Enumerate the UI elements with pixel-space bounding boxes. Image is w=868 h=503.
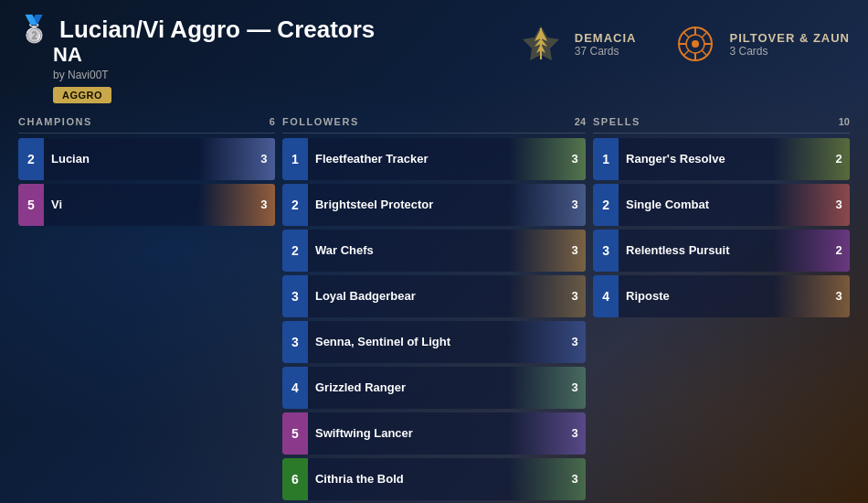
card-name-singlecombat: Single Combat <box>619 198 828 211</box>
card-qty-loyalbadger: 3 <box>564 289 586 303</box>
card-qty-cithria: 3 <box>564 472 586 486</box>
header: 🥈 Lucian/Vi Aggro — Creators NA by Navi0… <box>18 16 850 103</box>
header-left: 🥈 Lucian/Vi Aggro — Creators NA by Navi0… <box>18 16 518 103</box>
card-row-fleetfeather: 1 Fleetfeather Tracker 3 <box>282 138 586 180</box>
card-qty-senna: 3 <box>564 335 586 348</box>
card-row-singlecombat: 2 Single Combat 3 <box>593 184 850 226</box>
followers-header: FOLLOWERS 24 <box>282 112 586 134</box>
followers-count: 24 <box>575 116 586 127</box>
piltover-name: PILTOVER & ZAUN <box>729 31 850 45</box>
card-qty-relentless: 2 <box>828 243 850 257</box>
spells-title: SPELLS <box>593 116 640 127</box>
card-qty-lucian: 3 <box>253 152 275 166</box>
card-cost-singlecombat: 2 <box>593 184 619 226</box>
region-block-piltover: PILTOVER & ZAUN 3 Cards <box>672 21 850 67</box>
card-row-riposte: 4 Riposte 3 <box>593 275 850 317</box>
card-cost-vi: 5 <box>18 184 44 226</box>
card-name-vi: Vi <box>44 198 253 211</box>
card-row-swiftwing: 5 Swiftwing Lancer 3 <box>282 412 586 455</box>
card-row-vi: 5 Vi 3 <box>18 184 275 226</box>
champions-header: CHAMPIONS 6 <box>18 112 275 134</box>
svg-point-2 <box>692 40 699 48</box>
card-name-lucian: Lucian <box>44 152 253 166</box>
spells-column: SPELLS 10 1 Ranger's Resolve 2 2 Single … <box>593 112 850 503</box>
spells-header: SPELLS 10 <box>593 112 850 134</box>
region-info-piltover: PILTOVER & ZAUN 3 Cards <box>729 31 850 58</box>
card-qty-vi: 3 <box>253 198 275 211</box>
region-text: NA <box>53 43 518 67</box>
card-name-cithria: Cithria the Bold <box>308 472 564 486</box>
champions-column: CHAMPIONS 6 2 Lucian 3 5 Vi 3 <box>18 112 275 503</box>
card-qty-ranger: 2 <box>828 152 850 166</box>
card-name-warchefs: War Chefs <box>308 243 564 257</box>
champions-count: 6 <box>270 116 275 127</box>
spells-count: 10 <box>839 116 850 127</box>
card-cost-senna: 3 <box>282 321 308 363</box>
demacia-icon <box>518 21 564 67</box>
card-qty-singlecombat: 3 <box>828 198 850 211</box>
card-cost-swiftwing: 5 <box>282 412 308 455</box>
title-row: 🥈 Lucian/Vi Aggro — Creators <box>18 16 518 43</box>
region-block-demacia: DEMACIA 37 Cards <box>518 21 637 67</box>
card-cost-brightsteel: 2 <box>282 184 308 226</box>
card-cost-ranger: 1 <box>593 138 619 180</box>
card-name-relentless: Relentless Pursuit <box>619 243 828 257</box>
card-qty-swiftwing: 3 <box>564 426 586 440</box>
piltover-cards: 3 Cards <box>729 45 850 58</box>
card-row-loyalbadger: 3 Loyal Badgerbear 3 <box>282 275 586 317</box>
card-cost-lucian: 2 <box>18 138 44 180</box>
card-name-swiftwing: Swiftwing Lancer <box>308 426 564 440</box>
card-name-ranger: Ranger's Resolve <box>619 152 828 166</box>
card-qty-grizzled: 3 <box>564 380 586 394</box>
card-cost-grizzled: 4 <box>282 367 308 409</box>
card-cost-cithria: 6 <box>282 458 308 500</box>
demacia-cards: 37 Cards <box>575 45 637 58</box>
card-name-senna: Senna, Sentinel of Light <box>308 335 564 348</box>
card-qty-brightsteel: 3 <box>564 198 586 211</box>
author-text: by Navi00T <box>53 69 518 81</box>
followers-column: FOLLOWERS 24 1 Fleetfeather Tracker 3 2 … <box>282 112 586 503</box>
card-row-brightsteel: 2 Brightsteel Protector 3 <box>282 184 586 226</box>
medal-icon: 🥈 <box>18 16 50 42</box>
card-cost-riposte: 4 <box>593 275 619 317</box>
content: CHAMPIONS 6 2 Lucian 3 5 Vi 3 FOLLOWERS … <box>18 112 850 503</box>
card-row-grizzled: 4 Grizzled Ranger 3 <box>282 367 586 409</box>
region-info-demacia: DEMACIA 37 Cards <box>575 31 637 58</box>
card-row-cithria: 6 Cithria the Bold 3 <box>282 458 586 500</box>
header-regions: DEMACIA 37 Cards <box>518 16 850 67</box>
card-cost-warchefs: 2 <box>282 230 308 272</box>
card-name-riposte: Riposte <box>619 289 828 303</box>
card-qty-fleetfeather: 3 <box>564 152 586 166</box>
card-name-grizzled: Grizzled Ranger <box>308 380 564 394</box>
card-name-fleetfeather: Fleetfeather Tracker <box>308 152 564 166</box>
card-row-ranger: 1 Ranger's Resolve 2 <box>593 138 850 180</box>
card-qty-riposte: 3 <box>828 289 850 303</box>
card-row-warchefs: 2 War Chefs 3 <box>282 230 586 272</box>
piltover-icon <box>672 21 718 67</box>
champions-title: CHAMPIONS <box>18 116 92 127</box>
card-qty-warchefs: 3 <box>564 243 586 257</box>
card-cost-loyalbadger: 3 <box>282 275 308 317</box>
card-name-loyalbadger: Loyal Badgerbear <box>308 289 564 303</box>
card-row-lucian: 2 Lucian 3 <box>18 138 275 180</box>
card-name-brightsteel: Brightsteel Protector <box>308 198 564 211</box>
card-row-relentless: 3 Relentless Pursuit 2 <box>593 230 850 272</box>
card-cost-relentless: 3 <box>593 230 619 272</box>
card-cost-fleetfeather: 1 <box>282 138 308 180</box>
card-row-senna: 3 Senna, Sentinel of Light 3 <box>282 321 586 363</box>
aggro-badge: AGGRO <box>53 87 111 103</box>
followers-title: FOLLOWERS <box>282 116 359 127</box>
deck-title: Lucian/Vi Aggro — Creators <box>59 16 375 43</box>
demacia-name: DEMACIA <box>575 31 637 45</box>
